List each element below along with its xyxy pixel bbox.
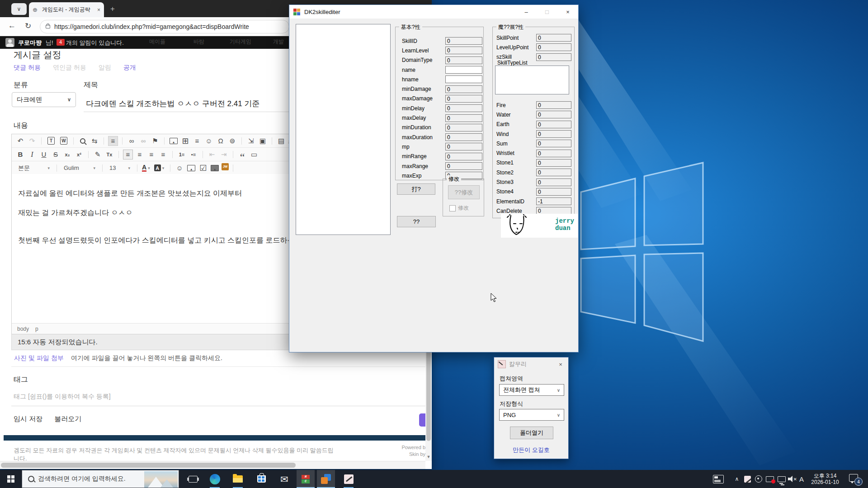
horizontal-scrollbar-thumb[interactable] [1, 463, 296, 468]
source-icon[interactable]: ▤ [276, 136, 286, 146]
bold-icon[interactable]: B [15, 150, 25, 160]
table-icon[interactable]: ⊞ [180, 136, 190, 146]
field-input[interactable]: 0 [445, 133, 482, 141]
field-input[interactable]: 0 [536, 159, 571, 167]
category-dropdown[interactable]: 다크에덴 ∨ [12, 92, 76, 107]
tray-record-app[interactable] [753, 470, 764, 488]
unlink-icon[interactable]: ∞ [138, 136, 148, 146]
subscript-icon[interactable]: x₂ [62, 150, 72, 160]
redo-icon[interactable]: ↷ [27, 136, 37, 146]
attach-file-link[interactable]: 사진 및 파일 첨부 [14, 354, 64, 362]
notification-count-badge[interactable]: 4 [57, 39, 65, 46]
avatar[interactable] [5, 38, 14, 47]
action-button[interactable]: ?? [397, 216, 436, 227]
field-input[interactable]: 0 [536, 188, 571, 196]
align-left-icon[interactable]: ≡ [123, 150, 133, 160]
action-center-button[interactable]: 4 [846, 470, 863, 488]
strikethrough-icon[interactable]: S [51, 150, 61, 160]
site-nav-item[interactable]: 기타게임 [230, 38, 251, 46]
ime-indicator[interactable]: A [797, 470, 807, 488]
field-input[interactable]: 0 [536, 178, 571, 186]
undo-icon[interactable]: ↶ [15, 136, 25, 146]
field-input[interactable]: 0 [445, 95, 482, 103]
site-nav-item[interactable]: 메이플 [149, 38, 165, 46]
taskbar-dk2skillediter[interactable]: HC [297, 470, 315, 488]
field-input[interactable]: 0 [536, 34, 571, 42]
div-container-icon[interactable]: ▭ [249, 150, 259, 160]
ordered-list-icon[interactable]: 1≡ [177, 150, 187, 160]
remove-format-icon[interactable]: Tx [104, 150, 114, 160]
paste-text-icon[interactable]: T [47, 137, 55, 145]
post-option-toggle[interactable]: 엮인글 허용 [53, 64, 86, 72]
address-bar[interactable]: https://gamedori.club/index.php?mid=game… [40, 20, 289, 33]
tray-kalmuri[interactable] [742, 470, 753, 488]
field-input[interactable]: 0 [445, 104, 482, 112]
minimize-button[interactable]: – [516, 5, 537, 19]
new-tab-button[interactable]: + [110, 5, 115, 13]
indent-icon[interactable]: ⇥ [219, 150, 229, 160]
taskbar-clock[interactable]: 오후 3:14 2026-01-10 [807, 470, 843, 488]
title-input[interactable]: 다크에덴 스킬 개조하는법 ㅇㅅㅇ 구버전 2.41 기준 [86, 99, 259, 109]
field-input[interactable]: -1 [536, 197, 571, 205]
banner-username[interactable]: 쿠로마쨩 [18, 39, 42, 47]
submit-button[interactable] [419, 413, 425, 427]
field-input[interactable] [445, 75, 482, 83]
field-input[interactable]: 0 [445, 153, 482, 160]
weather-widget-image[interactable] [144, 471, 178, 488]
maximize-icon[interactable]: ⇲ [246, 136, 256, 146]
tab-search-caret-icon[interactable]: ∨ [11, 3, 27, 15]
paragraph-style-dropdown[interactable]: 본문▾ [16, 164, 52, 172]
scroll-down-arrow[interactable]: ▼ [425, 455, 432, 459]
taskbar-mail[interactable]: ✉ [275, 470, 293, 488]
hidden-icons-chevron[interactable]: ∧ [731, 470, 742, 488]
insert-image-icon[interactable] [186, 163, 196, 173]
field-input[interactable]: 0 [445, 114, 482, 122]
horizontal-line-icon[interactable]: ≡ [192, 136, 202, 146]
skill-type-listbox[interactable] [495, 66, 569, 94]
field-input[interactable] [445, 66, 482, 74]
dk2-title-bar[interactable]: DK2skillediter – □ × [289, 5, 578, 19]
image-icon[interactable] [169, 136, 179, 146]
horizontal-scrollbar[interactable] [0, 461, 425, 469]
close-button[interactable]: × [553, 361, 568, 368]
field-input[interactable]: 0 [445, 143, 482, 150]
insert-media-icon[interactable] [210, 163, 220, 173]
special-char-icon[interactable]: Ω [216, 136, 226, 146]
underline-icon[interactable]: U [39, 150, 49, 160]
replace-icon[interactable]: ⇆ [90, 136, 99, 146]
open-button[interactable]: 打? [397, 183, 435, 195]
iframe-icon[interactable]: ⊚ [227, 136, 237, 146]
background-color-icon[interactable]: A [154, 164, 161, 171]
taskbar-store[interactable] [252, 470, 270, 488]
field-input[interactable]: 0 [536, 169, 571, 176]
element-path-token[interactable]: body [17, 326, 29, 332]
emoticon-icon[interactable]: ☺ [175, 163, 184, 173]
superscript-icon[interactable]: x² [74, 150, 84, 160]
capture-area-dropdown[interactable]: 전체화면 캡쳐∨ [499, 384, 564, 396]
temp-save-button[interactable]: 임시 저장 [14, 415, 42, 423]
field-input[interactable]: 0 [536, 101, 571, 109]
link-icon[interactable]: ∞ [127, 136, 137, 146]
align-center-icon[interactable]: ≡ [135, 150, 145, 160]
news-widget-button[interactable] [711, 470, 726, 488]
field-input[interactable]: 0 [445, 162, 482, 170]
tray-capture-status[interactable] [764, 470, 776, 488]
bullet-list-icon[interactable]: •≡ [189, 150, 198, 160]
jw-plugin-icon[interactable]: JW [222, 163, 229, 170]
blockquote-icon[interactable]: “ [237, 147, 247, 162]
font-family-dropdown[interactable]: Gulim▾ [62, 164, 97, 171]
save-format-dropdown[interactable]: PNG∨ [499, 409, 564, 421]
taskbar-file-explorer[interactable] [229, 470, 247, 488]
kalmuri-title-bar[interactable]: 칼무리 × [494, 357, 568, 371]
site-nav-item[interactable]: 개발 [273, 38, 284, 46]
text-color-icon[interactable]: A [142, 164, 146, 172]
field-input[interactable]: 0 [536, 111, 571, 118]
author-credit-link[interactable]: 만든이 오길호 [494, 446, 568, 454]
field-input[interactable]: 0 [536, 43, 571, 51]
post-option-toggle[interactable]: 알림 [99, 64, 111, 72]
network-button[interactable] [776, 470, 788, 488]
site-nav-item[interactable]: 바람 [193, 38, 204, 46]
task-view-button[interactable] [184, 470, 202, 488]
field-input[interactable]: 0 [445, 47, 482, 54]
back-button[interactable]: ← [8, 21, 16, 30]
